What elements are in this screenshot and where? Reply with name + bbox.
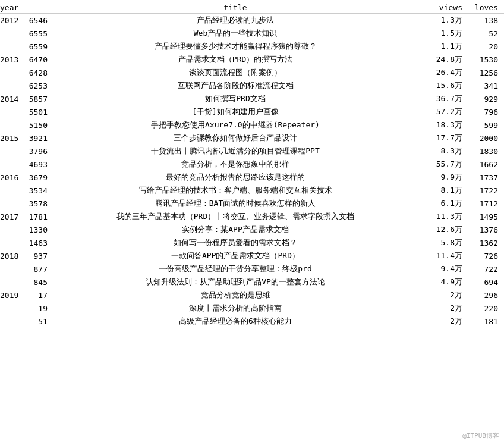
views-cell: 4.9万 (421, 277, 462, 287)
id-cell: 6470 (23, 55, 50, 64)
id-cell: 1330 (23, 225, 50, 234)
views-cell: 18.3万 (421, 120, 462, 130)
id-cell: 17 (23, 291, 50, 300)
loves-cell: 1256 (462, 68, 498, 77)
title-cell: 腾讯产品经理：BAT面试的时候喜欢怎样的新人 (50, 198, 421, 209)
table-row: 20145857如何撰写PRD文档36.7万929 (0, 92, 504, 105)
id-cell: 6559 (23, 42, 50, 51)
table-row: 20153921三个步骤教你如何做好后台产品设计17.7万2000 (0, 131, 504, 145)
title-cell: 如何写一份程序员爱看的需求文档？ (50, 237, 421, 248)
id-cell: 845 (23, 278, 50, 287)
id-cell: 6428 (23, 68, 50, 77)
title-cell: 实例分享：某APP产品需求文档 (50, 224, 421, 235)
table-row: 877一份高级产品经理的干货分享整理：终极prd9.4万722 (0, 262, 504, 275)
views-cell: 9.9万 (421, 172, 462, 183)
views-cell: 57.2万 (421, 106, 462, 117)
table-row: 5501[干货]如何构建用户画像57.2万796 (0, 105, 504, 118)
id-cell: 5150 (23, 121, 50, 130)
table-row: 20126546产品经理必读的九步法1.3万138 (0, 14, 504, 27)
title-cell: 干货流出丨腾讯内部几近满分的项目管理课程PPT (50, 146, 421, 156)
views-cell: 15.6万 (421, 80, 462, 91)
table-row: 20136470产品需求文档（PRD）的撰写方法24.8万1530 (0, 53, 504, 66)
table-row: 4693竞品分析，不是你想象中的那样55.7万1662 (0, 158, 504, 171)
id-cell: 937 (23, 252, 50, 261)
loves-cell: 2000 (462, 134, 498, 143)
id-cell: 5857 (23, 95, 50, 104)
year-cell: 2016 (0, 173, 23, 182)
title-cell: 深度丨需求分析的高阶指南 (50, 303, 421, 314)
year-cell: 2012 (0, 16, 23, 25)
loves-cell: 220 (462, 304, 498, 313)
views-cell: 26.4万 (421, 67, 462, 78)
title-cell: 产品经理必读的九步法 (50, 15, 421, 26)
table-row: 51高级产品经理必备的6种核心能力2万181 (0, 315, 504, 328)
title-cell: 谈谈页面流程图（附案例） (50, 67, 421, 78)
title-cell: 最好的竞品分析报告的思路应该是这样的 (50, 172, 421, 183)
id-cell: 3578 (23, 199, 50, 208)
id-cell: 51 (23, 317, 50, 326)
loves-cell: 694 (462, 278, 498, 287)
loves-cell: 296 (462, 291, 498, 300)
loves-cell: 929 (462, 95, 498, 104)
table-row: 3534写给产品经理的技术书：客户端、服务端和交互相关技术8.1万1722 (0, 184, 504, 197)
views-cell: 12.6万 (421, 224, 462, 235)
id-cell: 3679 (23, 173, 50, 182)
id-cell: 5501 (23, 108, 50, 117)
loves-cell: 796 (462, 108, 498, 117)
title-cell: 竞品分析竞的是思维 (50, 290, 421, 300)
id-cell: 1781 (23, 212, 50, 221)
id-cell: 3534 (23, 186, 50, 195)
views-cell: 55.7万 (421, 159, 462, 170)
title-cell: 我的三年产品基本功（PRD）丨将交互、业务逻辑、需求字段撰入文档 (50, 211, 421, 222)
table-row: 5150手把手教您使用Axure7.0的中继器(Repeater)18.3万59… (0, 118, 504, 131)
title-cell: [干货]如何构建用户画像 (50, 106, 421, 117)
title-cell: 认知升级法则：从产品助理到产品VP的一整套方法论 (50, 277, 421, 287)
views-cell: 8.1万 (421, 185, 462, 196)
title-cell: 如何撰写PRD文档 (50, 93, 421, 104)
table-row: 1330实例分享：某APP产品需求文档12.6万1376 (0, 223, 504, 236)
year-cell: 2015 (0, 134, 23, 143)
loves-cell: 341 (462, 82, 498, 90)
views-cell: 2万 (421, 303, 462, 314)
year-cell: 2013 (0, 55, 23, 64)
title-cell: 高级产品经理必备的6种核心能力 (50, 316, 421, 327)
views-cell: 2万 (421, 316, 462, 327)
loves-cell: 1530 (462, 55, 498, 64)
loves-cell: 1737 (462, 173, 498, 182)
year-cell: 2014 (0, 95, 23, 104)
table-row: 1463如何写一份程序员爱看的需求文档？5.8万1362 (0, 236, 504, 249)
loves-header-label: loves (462, 3, 498, 12)
table-row: 6555Web产品的一些技术知识1.5万52 (0, 27, 504, 40)
id-cell: 6555 (23, 29, 50, 38)
loves-cell: 1495 (462, 212, 498, 221)
loves-cell: 1662 (462, 160, 498, 169)
loves-cell: 181 (462, 317, 498, 326)
year-cell: 2018 (0, 252, 23, 261)
year-cell: 2019 (0, 291, 23, 300)
views-header-label: views (421, 3, 462, 12)
loves-cell: 20 (462, 42, 498, 51)
views-cell: 2万 (421, 290, 462, 300)
loves-cell: 1712 (462, 199, 498, 208)
id-cell: 877 (23, 265, 50, 274)
title-cell: 产品经理要懂多少技术才能赢得程序猿的尊敬？ (50, 41, 421, 52)
id-cell: 1463 (23, 239, 50, 247)
title-header-label: title (50, 3, 421, 12)
id-cell: 19 (23, 304, 50, 313)
id-cell: 6546 (23, 16, 50, 25)
table-row: 20171781我的三年产品基本功（PRD）丨将交互、业务逻辑、需求字段撰入文档… (0, 210, 504, 223)
watermark-label: @ITPUB博客 (462, 431, 499, 440)
table-row: 201917竞品分析竞的是思维2万296 (0, 289, 504, 302)
id-cell: 6253 (23, 82, 50, 90)
title-cell: Web产品的一些技术知识 (50, 28, 421, 39)
views-cell: 8.3万 (421, 146, 462, 156)
table-row: 19深度丨需求分析的高阶指南2万220 (0, 302, 504, 315)
loves-cell: 1830 (462, 147, 498, 156)
views-cell: 24.8万 (421, 54, 462, 65)
table-row: 6253互联网产品各阶段的标准流程文档15.6万341 (0, 79, 504, 92)
views-cell: 11.3万 (421, 211, 462, 222)
table-row: 6559产品经理要懂多少技术才能赢得程序猿的尊敬？1.1万20 (0, 40, 504, 53)
table-row: 845认知升级法则：从产品助理到产品VP的一整套方法论4.9万694 (0, 275, 504, 289)
loves-cell: 138 (462, 16, 498, 25)
table-row: 6428谈谈页面流程图（附案例）26.4万1256 (0, 66, 504, 79)
